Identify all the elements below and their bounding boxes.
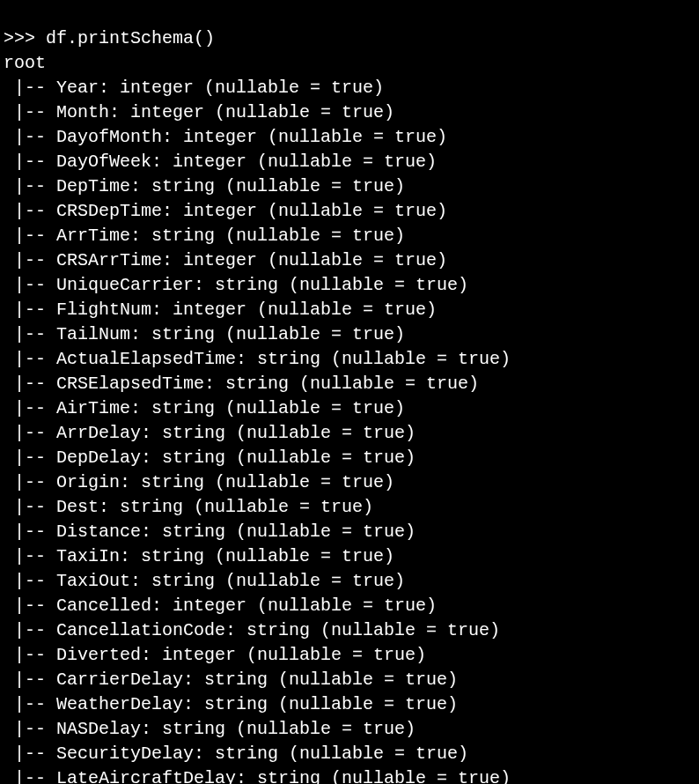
schema-fields: |-- Year: integer (nullable = true) |-- …	[4, 78, 511, 784]
schema-root: root	[4, 51, 695, 76]
prompt-line: >>> df.printSchema()	[4, 26, 695, 51]
terminal-output: >>> df.printSchema()root |-- Year: integ…	[0, 0, 699, 784]
